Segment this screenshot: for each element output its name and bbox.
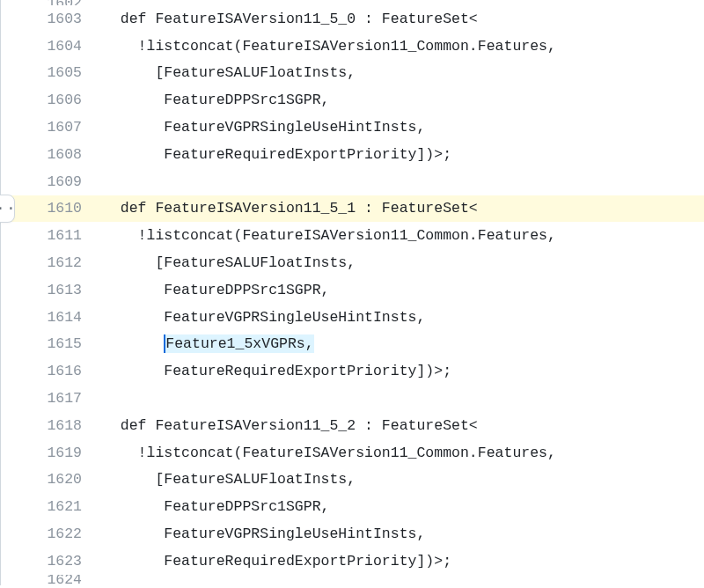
code-line[interactable]: 1616 FeatureRequiredExportPriority])>; [1,357,704,385]
line-number[interactable]: 1623 [1,553,96,570]
line-number[interactable]: 1608 [1,146,96,163]
code-line[interactable]: 1607 FeatureVGPRSingleUseHintInsts, [1,114,704,141]
line-number[interactable]: 1609 [1,173,96,190]
code-content[interactable]: [FeatureSALUFloatInsts, [96,64,704,81]
code-line[interactable]: 1618 def FeatureISAVersion11_5_2 : Featu… [1,412,704,439]
code-content[interactable]: !listconcat(FeatureISAVersion11_Common.F… [96,38,704,55]
code-line[interactable]: 1619 !listconcat(FeatureISAVersion11_Com… [1,439,704,467]
code-content[interactable]: def FeatureISAVersion11_5_1 : FeatureSet… [96,200,704,217]
line-number[interactable]: 1605 [1,64,96,81]
line-number[interactable]: 1618 [1,417,96,434]
code-line[interactable]: 1615 Feature1_5xVGPRs, [1,331,704,358]
code-line[interactable]: 1614 FeatureVGPRSingleUseHintInsts, [1,304,704,331]
code-content[interactable]: FeatureVGPRSingleUseHintInsts, [96,309,704,326]
code-content[interactable]: Feature1_5xVGPRs, [96,335,704,352]
line-number[interactable]: 1612 [1,254,96,271]
code-line[interactable]: 1620 [FeatureSALUFloatInsts, [1,467,704,494]
code-line[interactable]: 1623 FeatureRequiredExportPriority])>; [1,548,704,575]
code-line[interactable]: 1606 FeatureDPPSrc1SGPR, [1,86,704,114]
code-content[interactable]: FeatureDPPSrc1SGPR, [96,92,704,108]
code-line[interactable]: 1605 [FeatureSALUFloatInsts, [1,60,704,87]
code-content[interactable]: def FeatureISAVersion11_5_2 : FeatureSet… [96,417,704,434]
code-line[interactable]: 1609 [1,168,704,195]
code-line[interactable]: 1613 FeatureDPPSrc1SGPR, [1,276,704,304]
line-number[interactable]: 1604 [1,38,96,55]
line-number[interactable]: 1621 [1,498,96,515]
code-content[interactable]: !listconcat(FeatureISAVersion11_Common.F… [96,445,704,461]
code-content[interactable]: FeatureRequiredExportPriority])>; [96,146,704,163]
line-number[interactable]: 1615 [1,335,96,352]
line-number[interactable]: 1602 [1,0,96,5]
code-line[interactable]: 1603 def FeatureISAVersion11_5_0 : Featu… [1,5,704,33]
code-content[interactable]: !listconcat(FeatureISAVersion11_Common.F… [96,227,704,244]
code-line[interactable]: 1622 FeatureVGPRSingleUseHintInsts, [1,520,704,548]
code-content[interactable]: [FeatureSALUFloatInsts, [96,254,704,271]
line-number[interactable]: 1606 [1,92,96,108]
code-content[interactable]: FeatureDPPSrc1SGPR, [96,498,704,515]
code-line[interactable]: 1624 [1,575,704,585]
line-number[interactable]: 1613 [1,282,96,298]
line-number[interactable]: 1620 [1,471,96,488]
code-content[interactable]: FeatureDPPSrc1SGPR, [96,282,704,298]
ellipsis-icon: ··· [0,201,17,217]
line-number[interactable]: 1624 [1,575,96,585]
line-number[interactable]: 1622 [1,526,96,542]
line-number[interactable]: 1616 [1,363,96,379]
code-line[interactable]: 1617 [1,385,704,412]
code-content[interactable]: FeatureVGPRSingleUseHintInsts, [96,526,704,542]
code-line[interactable]: 1604 !listconcat(FeatureISAVersion11_Com… [1,33,704,60]
code-content[interactable]: FeatureVGPRSingleUseHintInsts, [96,119,704,136]
code-content[interactable]: FeatureRequiredExportPriority])>; [96,363,704,379]
more-actions-button[interactable]: ··· [0,195,15,223]
code-container: 16021603 def FeatureISAVersion11_5_0 : F… [0,0,704,585]
line-number[interactable]: 1617 [1,390,96,407]
code-line[interactable]: 1608 FeatureRequiredExportPriority])>; [1,141,704,168]
code-line[interactable]: 1612 [FeatureSALUFloatInsts, [1,249,704,276]
line-number[interactable]: 1614 [1,309,96,326]
line-number[interactable]: 1607 [1,119,96,136]
code-content[interactable]: FeatureRequiredExportPriority])>; [96,553,704,570]
code-line[interactable]: 1621 FeatureDPPSrc1SGPR, [1,493,704,520]
line-number[interactable]: 1619 [1,445,96,461]
line-number[interactable]: 1603 [1,11,96,27]
line-number[interactable]: 1611 [1,227,96,244]
code-content[interactable]: def FeatureISAVersion11_5_0 : FeatureSet… [96,11,704,27]
code-line[interactable]: 1611 !listconcat(FeatureISAVersion11_Com… [1,222,704,249]
code-line[interactable]: 1610 def FeatureISAVersion11_5_1 : Featu… [1,195,704,223]
highlighted-token[interactable]: Feature1_5xVGPRs, [164,334,313,353]
code-content[interactable]: [FeatureSALUFloatInsts, [96,471,704,488]
